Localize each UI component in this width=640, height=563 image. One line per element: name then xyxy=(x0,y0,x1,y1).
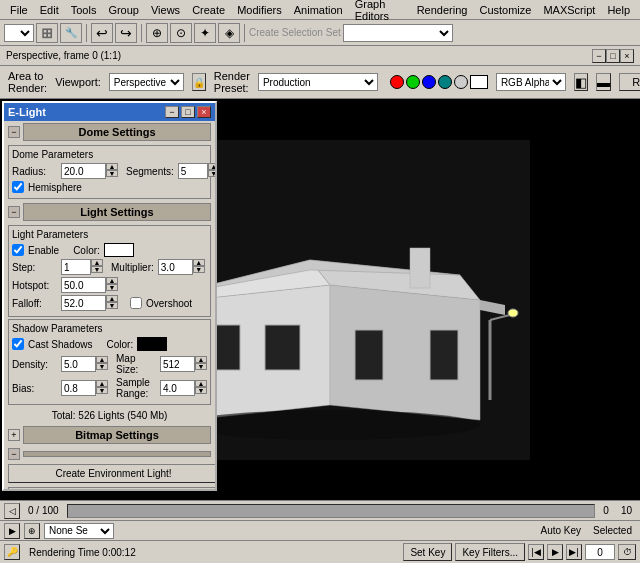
sample-spin-down[interactable]: ▼ xyxy=(195,387,207,394)
elight-close[interactable]: × xyxy=(197,106,211,118)
color-swatch-gray[interactable] xyxy=(454,75,468,89)
menu-help[interactable]: Help xyxy=(601,3,636,17)
elight-minimize[interactable]: − xyxy=(165,106,179,118)
toolbar-btn-7[interactable]: ✦ xyxy=(194,23,216,43)
render-icon-btn2[interactable]: ▬ xyxy=(596,73,611,91)
viewport-lock-btn[interactable]: 🔒 xyxy=(192,73,206,91)
bias-spin-down[interactable]: ▼ xyxy=(96,387,108,394)
overshoot-checkbox[interactable] xyxy=(130,297,142,309)
light-collapse-btn[interactable]: − xyxy=(8,206,20,218)
elight-restore[interactable]: □ xyxy=(181,106,195,118)
segments-spin-up[interactable]: ▲ xyxy=(208,163,215,170)
bitmap-expand-btn[interactable]: + xyxy=(8,429,20,441)
mapsize-input[interactable] xyxy=(160,356,195,372)
density-spin-up[interactable]: ▲ xyxy=(96,356,108,363)
dome-collapse-btn[interactable]: − xyxy=(8,126,20,138)
density-input[interactable] xyxy=(61,356,96,372)
multiplier-spin-down[interactable]: ▼ xyxy=(193,266,205,273)
segments-spin-down[interactable]: ▼ xyxy=(208,170,215,177)
hotspot-input[interactable] xyxy=(61,277,106,293)
step-spin-down[interactable]: ▼ xyxy=(91,266,103,273)
perspective-restore[interactable]: □ xyxy=(606,49,620,63)
shadow-color-box[interactable] xyxy=(137,337,167,351)
mapsize-spin-down[interactable]: ▼ xyxy=(195,363,207,370)
status-icon-1[interactable]: ▶ xyxy=(4,523,20,539)
none-se-select[interactable]: None Se xyxy=(44,523,114,539)
toolbar-btn-6[interactable]: ⊙ xyxy=(170,23,192,43)
render-preset-select[interactable]: Production xyxy=(258,73,378,91)
color-swatch-red[interactable] xyxy=(390,75,404,89)
set-key-btn[interactable]: Set Key xyxy=(403,543,452,561)
time-config-btn[interactable]: ⏱ xyxy=(618,544,636,560)
menu-views[interactable]: Views xyxy=(145,3,186,17)
toolbar-dropdown-1[interactable] xyxy=(4,24,34,42)
menu-tools[interactable]: Tools xyxy=(65,3,103,17)
hotspot-spin-up[interactable]: ▲ xyxy=(106,277,118,284)
menu-maxscript[interactable]: MAXScript xyxy=(537,3,601,17)
density-spin-down[interactable]: ▼ xyxy=(96,363,108,370)
toolbar-btn-1[interactable]: ⊞ xyxy=(36,23,58,43)
radius-spin-up[interactable]: ▲ xyxy=(106,163,118,170)
enable-checkbox[interactable] xyxy=(12,244,24,256)
falloff-spin-up[interactable]: ▲ xyxy=(106,295,118,302)
create-env-btn-1[interactable]: Create Environment Light! xyxy=(8,464,215,483)
falloff-row: Falloff: ▲ ▼ Overshoot xyxy=(12,295,207,311)
viewport-select[interactable]: Perspective xyxy=(109,73,184,91)
radius-spin-down[interactable]: ▼ xyxy=(106,170,118,177)
menu-customize[interactable]: Customize xyxy=(473,3,537,17)
timeline-track[interactable] xyxy=(67,504,596,518)
falloff-input[interactable] xyxy=(61,295,106,311)
menu-animation[interactable]: Animation xyxy=(288,3,349,17)
bias-spin-up[interactable]: ▲ xyxy=(96,380,108,387)
hemisphere-checkbox[interactable] xyxy=(12,181,24,193)
color-swatch-blue[interactable] xyxy=(422,75,436,89)
render-icon-btn1[interactable]: ◧ xyxy=(574,73,588,91)
step-spin-up[interactable]: ▲ xyxy=(91,259,103,266)
light-color-box[interactable] xyxy=(104,243,134,257)
falloff-spin-down[interactable]: ▼ xyxy=(106,302,118,309)
menubar: File Edit Tools Group Views Create Modif… xyxy=(0,0,640,20)
perspective-close[interactable]: × xyxy=(620,49,634,63)
elight-scroll[interactable]: − Dome Settings Dome Parameters Radius: … xyxy=(4,121,215,489)
menu-modifiers[interactable]: Modifiers xyxy=(231,3,288,17)
sample-input[interactable] xyxy=(160,380,195,396)
render-button[interactable]: Render xyxy=(619,73,640,91)
timeline-left-icon[interactable]: ◁ xyxy=(4,503,20,519)
color-swatch-teal[interactable] xyxy=(438,75,452,89)
key-filters-btn[interactable]: Key Filters... xyxy=(455,543,525,561)
frame-input[interactable] xyxy=(585,544,615,560)
radius-input[interactable] xyxy=(61,163,106,179)
multiplier-input[interactable] xyxy=(158,259,193,275)
segments-input[interactable] xyxy=(178,163,208,179)
create-env-expand-btn[interactable]: − xyxy=(8,448,20,460)
status-icon-2[interactable]: ⊕ xyxy=(24,523,40,539)
menu-file[interactable]: File xyxy=(4,3,34,17)
sample-spin-up[interactable]: ▲ xyxy=(195,380,207,387)
menu-rendering[interactable]: Rendering xyxy=(411,3,474,17)
menu-edit[interactable]: Edit xyxy=(34,3,65,17)
hotspot-spin-down[interactable]: ▼ xyxy=(106,284,118,291)
step-input[interactable] xyxy=(61,259,91,275)
play-btn[interactable]: ▶ xyxy=(547,544,563,560)
toolbar-btn-5[interactable]: ⊕ xyxy=(146,23,168,43)
perspective-minimize[interactable]: − xyxy=(592,49,606,63)
next-frame-btn[interactable]: ▶| xyxy=(566,544,582,560)
rgb-alpha-select[interactable]: RGB Alpha xyxy=(496,73,566,91)
toolbar-dropdown-2[interactable] xyxy=(343,24,453,42)
toolbar-btn-8[interactable]: ◈ xyxy=(218,23,240,43)
prev-frame-btn[interactable]: |◀ xyxy=(528,544,544,560)
mapsize-spin-up[interactable]: ▲ xyxy=(195,356,207,363)
menu-create[interactable]: Create xyxy=(186,3,231,17)
toolbar-btn-3[interactable]: ↩ xyxy=(91,23,113,43)
multiplier-spin-up[interactable]: ▲ xyxy=(193,259,205,266)
create-env-btn-2[interactable]: Create Environment Light! xyxy=(8,487,215,489)
sample-input-group: ▲ ▼ xyxy=(160,380,207,396)
toolbar-btn-4[interactable]: ↪ xyxy=(115,23,137,43)
bias-input[interactable] xyxy=(61,380,96,396)
key-icon-lock[interactable]: 🔑 xyxy=(4,544,20,560)
menu-group[interactable]: Group xyxy=(102,3,145,17)
color-swatch-green[interactable] xyxy=(406,75,420,89)
toolbar-btn-2[interactable]: 🔧 xyxy=(60,23,82,43)
color-white-box[interactable] xyxy=(470,75,488,89)
cast-shadows-checkbox[interactable] xyxy=(12,338,24,350)
